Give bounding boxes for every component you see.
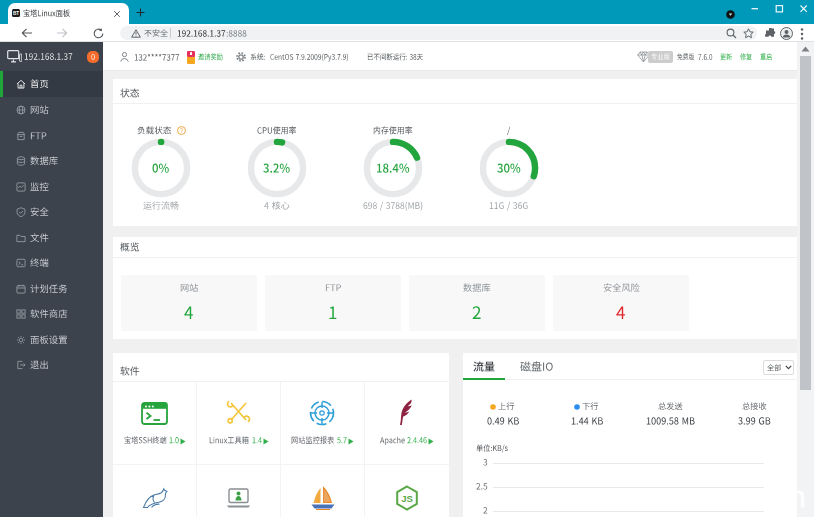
svg-text:JS: JS (401, 493, 413, 504)
svg-text:BT: BT (13, 11, 19, 16)
svg-text:?: ? (179, 126, 183, 133)
